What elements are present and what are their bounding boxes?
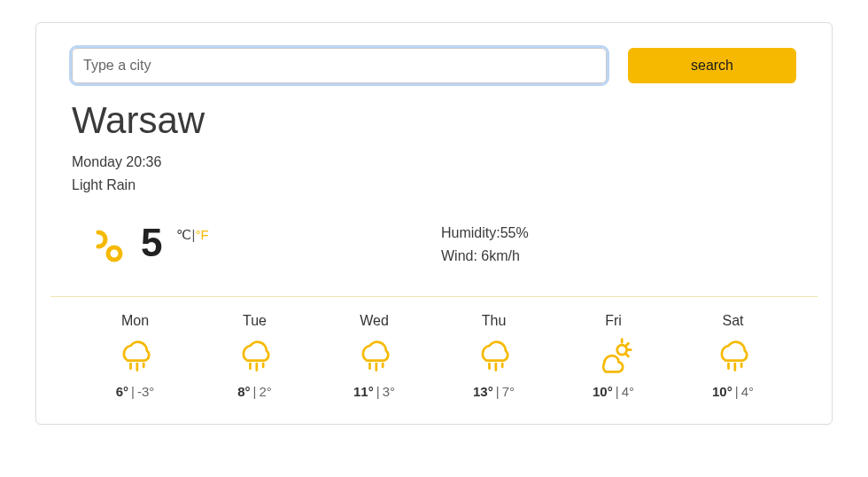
forecast-low: 2° bbox=[259, 384, 271, 399]
forecast-high: 6° bbox=[116, 384, 128, 399]
forecast-temps: 8°|2° bbox=[195, 384, 314, 399]
current-details: Humidity:55% Wind: 6km/h bbox=[441, 223, 796, 271]
current-left: 5 ℃|°F bbox=[72, 223, 441, 271]
forecast-low: 4° bbox=[622, 384, 634, 399]
forecast-day: Wed11°|3° bbox=[314, 313, 434, 399]
search-button[interactable]: search bbox=[628, 48, 796, 83]
forecast-temps: 10°|4° bbox=[673, 384, 793, 399]
forecast-sep: | bbox=[131, 384, 135, 399]
svg-line-17 bbox=[625, 354, 628, 356]
forecast-row: Mon6°|-3°Tue8°|2°Wed11°|3°Thu13°|7°Fri10… bbox=[72, 313, 796, 399]
city-search-input[interactable] bbox=[72, 48, 607, 83]
forecast-day: Mon6°|-3° bbox=[75, 313, 195, 399]
unit-toggle: ℃|°F bbox=[176, 227, 208, 243]
unit-celsius[interactable]: ℃ bbox=[176, 227, 191, 242]
forecast-day-name: Fri bbox=[554, 313, 673, 329]
forecast-low: 7° bbox=[502, 384, 515, 399]
wind-value: 6km/h bbox=[481, 248, 520, 263]
humidity-value: 55% bbox=[500, 225, 529, 240]
forecast-day-name: Wed bbox=[314, 313, 434, 329]
forecast-day: Thu13°|7° bbox=[434, 313, 554, 399]
forecast-day: Sat10°|4° bbox=[673, 313, 793, 399]
forecast-low: 3° bbox=[383, 384, 395, 399]
forecast-day: Fri10°|4° bbox=[554, 313, 673, 399]
datetime-text: Monday 20:36 bbox=[72, 154, 796, 170]
wind-label: Wind: bbox=[441, 248, 481, 263]
weather-card: search Warsaw Monday 20:36 Light Rain 5 … bbox=[35, 22, 833, 425]
forecast-temps: 10°|4° bbox=[554, 384, 673, 399]
wind-row: Wind: 6km/h bbox=[441, 248, 796, 264]
forecast-day-name: Thu bbox=[434, 313, 554, 329]
forecast-temps: 6°|-3° bbox=[75, 384, 195, 399]
forecast-sep: | bbox=[735, 384, 739, 399]
current-weather-icon bbox=[86, 227, 128, 266]
forecast-partly-icon bbox=[594, 336, 633, 375]
forecast-temps: 13°|7° bbox=[434, 384, 554, 399]
forecast-day: Tue8°|2° bbox=[195, 313, 314, 399]
forecast-day-name: Mon bbox=[75, 313, 195, 329]
current-weather: 5 ℃|°F Humidity:55% Wind: 6km/h bbox=[72, 223, 796, 271]
forecast-low: -3° bbox=[137, 384, 154, 399]
city-name: Warsaw bbox=[72, 99, 796, 142]
forecast-high: 10° bbox=[712, 384, 732, 399]
svg-line-16 bbox=[625, 343, 628, 346]
condition-text: Light Rain bbox=[72, 177, 796, 193]
forecast-rain-icon bbox=[236, 336, 275, 375]
forecast-low: 4° bbox=[741, 384, 754, 399]
forecast-temps: 11°|3° bbox=[314, 384, 434, 399]
forecast-high: 10° bbox=[593, 384, 613, 399]
forecast-day-name: Sat bbox=[673, 313, 793, 329]
forecast-sep: | bbox=[496, 384, 500, 399]
humidity-row: Humidity:55% bbox=[441, 225, 796, 241]
search-row: search bbox=[72, 48, 796, 83]
forecast-day-name: Tue bbox=[195, 313, 314, 329]
forecast-rain-icon bbox=[714, 336, 753, 375]
forecast-sep: | bbox=[253, 384, 257, 399]
forecast-high: 13° bbox=[473, 384, 493, 399]
current-temp: 5 bbox=[141, 223, 162, 262]
unit-fahrenheit[interactable]: °F bbox=[195, 227, 208, 242]
forecast-high: 8° bbox=[237, 384, 250, 399]
forecast-rain-icon bbox=[116, 336, 155, 375]
forecast-rain-icon bbox=[355, 336, 394, 375]
forecast-rain-icon bbox=[475, 336, 514, 375]
forecast-high: 11° bbox=[353, 384, 374, 399]
forecast-sep: | bbox=[616, 384, 619, 399]
forecast-divider bbox=[50, 296, 818, 297]
humidity-label: Humidity: bbox=[441, 225, 500, 240]
forecast-sep: | bbox=[376, 384, 380, 399]
